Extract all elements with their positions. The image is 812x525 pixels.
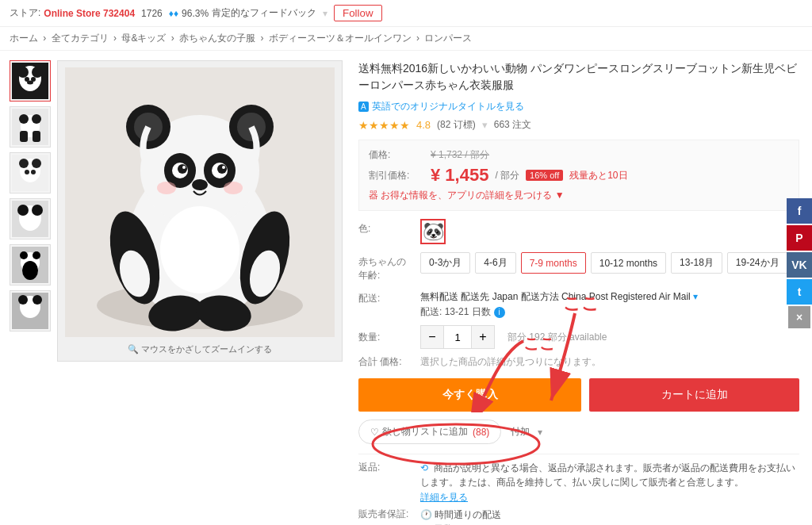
- svg-point-57: [160, 206, 239, 293]
- age-4-6[interactable]: 4-6月: [475, 252, 515, 274]
- returns-label: 返品:: [358, 461, 414, 504]
- quantity-label: 数量:: [358, 331, 414, 344]
- review-count[interactable]: (82 订標): [437, 118, 476, 132]
- age-options: 0-3か月 4-6月 7-9 months 10-12 months 13-18…: [420, 252, 788, 274]
- svg-rect-11: [20, 131, 28, 142]
- age-0-3[interactable]: 0-3か月: [420, 252, 470, 274]
- age-19-24[interactable]: 19-24か月: [727, 252, 788, 274]
- color-label: 色:: [358, 219, 414, 236]
- store-name[interactable]: Online Store 732404: [44, 8, 135, 19]
- thumbnail-2[interactable]: [10, 106, 51, 148]
- breadcrumb-bodysuit[interactable]: ボディースーツ＆オールインワン: [269, 33, 412, 44]
- guarantee-title: 🕐 時間通りの配送: [420, 508, 501, 522]
- svg-point-17: [25, 170, 29, 174]
- svg-rect-12: [33, 131, 40, 142]
- sale-label: 割引価格:: [369, 169, 424, 182]
- dropdown-icon[interactable]: ▾: [323, 8, 327, 19]
- svg-point-22: [32, 205, 43, 216]
- rating-row: ★★★★★ 4.8 (82 订標) ▾ 663 注文: [358, 118, 799, 132]
- guarantee-days: 60 日数: [420, 522, 501, 525]
- shipping-row: 配送: 無料配送 配送先 Japan 配送方法 China Post Regis…: [358, 290, 799, 319]
- price-label: 価格:: [369, 148, 424, 162]
- color-row: 色: 🐼: [358, 219, 799, 244]
- info-icon[interactable]: i: [494, 307, 505, 318]
- twitter-button[interactable]: t: [787, 279, 812, 305]
- svg-point-16: [32, 159, 41, 168]
- quantity-decrease-button[interactable]: −: [421, 326, 443, 348]
- breadcrumb-all-categories[interactable]: 全てカテゴリ: [52, 33, 109, 44]
- add-to-cart-button[interactable]: カートに追加: [589, 378, 799, 412]
- rating-number: 4.8: [416, 119, 431, 131]
- svg-point-26: [33, 251, 40, 259]
- svg-point-45: [217, 164, 227, 174]
- original-price: ¥ 1,732 / 部分: [431, 148, 489, 162]
- store-label: ストア:: [10, 6, 40, 20]
- social-close-button[interactable]: ×: [788, 306, 810, 328]
- svg-point-21: [17, 205, 29, 216]
- color-section: 色: 🐼: [358, 219, 799, 244]
- guarantee-info: 🕐 時間通りの配送 60 日数: [420, 508, 501, 525]
- main-content: 🔍 マウスをかざしてズームインする 送料無料2016新しいかわいい動物 パンダワ…: [0, 51, 812, 525]
- wishlist-dropdown[interactable]: ▾: [538, 427, 542, 438]
- thumbnail-1[interactable]: [10, 60, 51, 102]
- returns-content: ⟲ 商品が説明と異なる場合、返品が承認されます。販売者が返品の配送費用をお支払い…: [420, 461, 799, 504]
- social-sidebar: f P VK t ×: [787, 198, 812, 328]
- age-10-12[interactable]: 10-12 months: [591, 252, 666, 274]
- wishlist-row: ♡ 欲し物リストに追加 (88) 付加 ▾ ここ: [358, 420, 799, 444]
- returns-icon: ⟲: [420, 462, 428, 473]
- diamond-icon: ♦♦: [169, 8, 178, 19]
- svg-point-3: [32, 67, 43, 78]
- heart-icon: ♡: [370, 427, 379, 438]
- svg-point-10: [32, 114, 41, 124]
- guarantee-label: 販売者保証:: [358, 508, 414, 525]
- view-original-link[interactable]: A 英語でのオリジナルタイトルを見る: [358, 100, 799, 113]
- thumbnail-5[interactable]: [10, 244, 51, 285]
- breadcrumb-home[interactable]: ホーム: [10, 33, 38, 44]
- breadcrumb-mother-kids[interactable]: 母&キッズ: [121, 33, 166, 44]
- svg-point-44: [178, 164, 187, 174]
- shipping-details: 無料配送 配送先 Japan 配送方法 China Post Registere…: [420, 290, 698, 319]
- svg-point-46: [182, 166, 186, 169]
- sale-price: ¥ 1,455: [431, 165, 488, 186]
- wishlist-label: 欲し物リストに追加: [382, 425, 468, 439]
- svg-point-47: [222, 166, 225, 169]
- clock-icon: 🕐: [420, 509, 432, 520]
- quantity-input[interactable]: [443, 326, 472, 348]
- returns-detail-link[interactable]: 詳細を見る: [420, 492, 468, 503]
- vk-button[interactable]: VK: [787, 252, 812, 278]
- age-7-9[interactable]: 7-9 months: [521, 252, 586, 274]
- quantity-increase-button[interactable]: +: [472, 326, 494, 348]
- svg-point-6: [27, 81, 33, 85]
- discount-badge: 16% off: [526, 170, 563, 181]
- returns-section: 返品: ⟲ 商品が説明と異なる場合、返品が承認されます。販売者が返品の配送費用を…: [358, 454, 799, 525]
- thumbnail-3[interactable]: [10, 152, 51, 194]
- feedback-label: 肯定的なフィードバック: [212, 6, 316, 20]
- svg-point-25: [20, 251, 28, 259]
- buy-now-button[interactable]: 今すく購入: [358, 378, 581, 412]
- wishlist-count: (88): [473, 427, 489, 438]
- svg-point-49: [157, 182, 176, 194]
- facebook-button[interactable]: f: [787, 198, 812, 224]
- app-promo[interactable]: 器 お得な情報を、アプリの詳細を見つける ▼: [369, 189, 789, 202]
- order-count: 663 注文: [494, 118, 531, 132]
- breadcrumb: ホーム › 全てカテゴリ › 母&キッズ › 赤ちゃん女の子服 › ボディースー…: [0, 27, 812, 51]
- age-section: 赤ちゃんの年齢: 0-3か月 4-6月 7-9 months 10-12 mon…: [358, 252, 799, 282]
- store-percentage: 96.3%: [182, 8, 209, 19]
- thumbnail-6[interactable]: [10, 290, 51, 331]
- pinterest-button[interactable]: P: [787, 225, 812, 251]
- age-13-18[interactable]: 13-18月: [671, 252, 722, 274]
- svg-point-9: [19, 114, 29, 124]
- breadcrumb-baby-girl[interactable]: 赤ちゃん女の子服: [179, 33, 255, 44]
- wishlist-button[interactable]: ♡ 欲し物リストに追加 (88): [358, 420, 501, 444]
- thumbnail-4[interactable]: [10, 198, 51, 240]
- guarantee-row: 販売者保証: 🕐 時間通りの配送 60 日数: [358, 508, 799, 525]
- color-options: 🐼: [420, 219, 446, 244]
- breadcrumb-romper[interactable]: ロンパース: [424, 33, 472, 44]
- store-score: 1726: [141, 8, 163, 19]
- svg-point-2: [17, 67, 29, 78]
- follow-button[interactable]: Follow: [334, 5, 382, 21]
- product-title: 送料無料2016新しいかわいい動物 パンダワンピースロングスリーブコットン新生児…: [358, 60, 799, 94]
- shipping-days: 配送: 13-21 日数 i: [420, 305, 698, 319]
- color-swatch-panda[interactable]: 🐼: [420, 219, 446, 244]
- svg-point-18: [31, 170, 36, 174]
